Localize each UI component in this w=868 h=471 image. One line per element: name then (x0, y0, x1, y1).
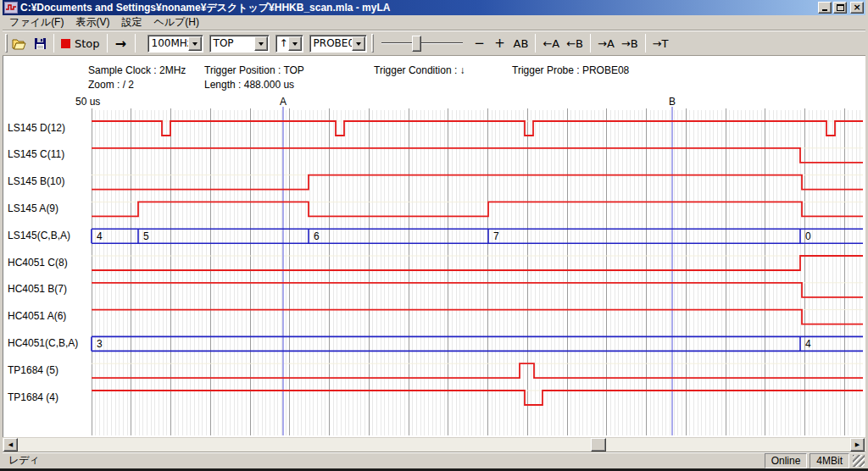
bus-value: 3 (97, 338, 103, 350)
bus-value: 4 (805, 338, 811, 350)
maximize-button[interactable] (833, 2, 847, 14)
scrollbar-thumb[interactable] (591, 438, 606, 452)
signal-waveform (92, 363, 863, 378)
signal-label[interactable]: HC4051 C(8) (8, 256, 91, 269)
maximize-icon (837, 4, 844, 11)
goto-trigger-button[interactable]: →T (649, 33, 672, 53)
menu-file[interactable]: ファイル(F) (3, 14, 70, 31)
toolbar: Stop → 100MHz TOP ↑ PROBE00 − + AB ←A (3, 30, 865, 56)
window-title: C:¥Documents and Settings¥noname¥デスクトップ¥… (20, 1, 816, 15)
menu-settings[interactable]: 設定 (115, 14, 147, 31)
signal-waveform (92, 148, 863, 163)
trigger-edge-value: ↑ (276, 36, 288, 50)
app-window: C:¥Documents and Settings¥noname¥デスクトップ¥… (0, 0, 868, 471)
signal-label[interactable]: LS145 A(9) (8, 202, 91, 215)
status-online-badge: Online (765, 453, 808, 468)
stop-button[interactable]: Stop (58, 33, 103, 53)
status-ready-text: レディ (3, 452, 765, 469)
zoom-slider[interactable] (381, 34, 463, 53)
sample-clock-combo[interactable]: 100MHz (147, 35, 203, 53)
bus-value: 0 (805, 230, 811, 242)
scroll-left-icon: ◀ (8, 441, 13, 448)
probe-value: PROBE00 (310, 36, 352, 50)
close-icon: × (853, 3, 860, 13)
signal-label[interactable]: LS145(C,B,A) (8, 229, 91, 242)
scroll-right-icon: ▶ (855, 441, 860, 448)
dropdown-arrow-icon[interactable] (352, 36, 365, 51)
dropdown-arrow-icon[interactable] (188, 36, 202, 51)
next-marker-a-button[interactable]: →A (594, 33, 618, 53)
toolbar-separator (53, 34, 54, 53)
close-button[interactable]: × (850, 2, 864, 14)
zoom-slider-thumb[interactable] (412, 36, 421, 52)
run-button[interactable]: → (111, 33, 131, 53)
toolbar-separator (645, 34, 646, 53)
scroll-right-button[interactable]: ▶ (850, 438, 865, 452)
signal-label[interactable]: LS145 D(12) (8, 121, 91, 135)
probe-combo[interactable]: PROBE00 (309, 35, 367, 53)
menu-bar: ファイル(F) 表示(V) 設定 ヘルプ(H) (3, 15, 865, 30)
bus-value: 7 (493, 230, 499, 242)
toolbar-separator (535, 34, 536, 53)
dropdown-arrow-icon[interactable] (288, 36, 302, 51)
dropdown-arrow-icon[interactable] (254, 36, 268, 51)
save-floppy-icon (34, 37, 47, 50)
prev-marker-a-button[interactable]: ←A (539, 33, 563, 53)
ab-span-button[interactable]: AB (510, 33, 532, 53)
signal-waveform (92, 121, 863, 136)
bus-value: 4 (97, 230, 103, 242)
signal-label[interactable]: LS145 C(11) (8, 147, 91, 161)
trigger-edge-combo[interactable]: ↑ (275, 35, 303, 53)
signal-waveform (92, 391, 863, 405)
signal-waveform (92, 283, 863, 297)
signal-waveform (92, 175, 863, 190)
open-folder-icon (12, 37, 26, 50)
trigger-position-value: TOP (210, 36, 254, 50)
resize-grip[interactable] (853, 455, 865, 467)
minimize-button[interactable] (818, 2, 832, 14)
signal-waveform (92, 202, 863, 216)
toolbar-gripper[interactable] (371, 34, 374, 53)
sample-clock-value: 100MHz (148, 36, 188, 50)
signal-waveform (92, 310, 863, 324)
horizontal-scrollbar[interactable]: ◀ ▶ (3, 437, 865, 452)
stop-icon (61, 39, 70, 48)
zoom-in-button[interactable]: + (490, 33, 510, 53)
signal-label[interactable]: LS145 B(10) (8, 175, 91, 188)
status-memory-badge: 4MBit (810, 453, 849, 468)
zoom-out-button[interactable]: − (470, 33, 490, 53)
zoom-slider-track (381, 42, 463, 44)
scroll-left-button[interactable]: ◀ (3, 438, 18, 452)
bus-value: 5 (143, 230, 149, 242)
title-bar: C:¥Documents and Settings¥noname¥デスクトップ¥… (3, 0, 865, 15)
status-bar: レディ Online 4MBit (3, 452, 865, 468)
trigger-position-combo[interactable]: TOP (209, 35, 270, 53)
stop-label: Stop (75, 37, 100, 50)
signal-label[interactable]: HC4051(C,B,A) (8, 336, 91, 350)
signal-label[interactable]: TP1684 (4) (8, 391, 91, 404)
signal-waveform (92, 256, 863, 270)
signal-label[interactable]: HC4051 A(6) (8, 309, 91, 323)
next-marker-b-button[interactable]: →B (618, 33, 642, 53)
app-icon (4, 2, 18, 14)
menu-view[interactable]: 表示(V) (70, 14, 115, 31)
signal-label[interactable]: TP1684 (5) (8, 363, 91, 377)
toolbar-separator (135, 34, 136, 53)
waveform-canvas[interactable]: 4567034 (3, 56, 865, 437)
waveform-client: Sample Clock : 2MHz Trigger Position : T… (3, 56, 865, 437)
toolbar-separator (107, 34, 108, 53)
save-file-button[interactable] (30, 33, 50, 53)
toolbar-gripper[interactable] (5, 34, 8, 53)
minimize-icon (822, 9, 827, 11)
signal-label[interactable]: HC4051 B(7) (8, 282, 91, 296)
toolbar-separator (590, 34, 591, 53)
menu-help[interactable]: ヘルプ(H) (147, 14, 205, 31)
bus-value: 6 (314, 230, 320, 242)
prev-marker-b-button[interactable]: ←B (563, 33, 587, 53)
open-file-button[interactable] (8, 33, 30, 53)
